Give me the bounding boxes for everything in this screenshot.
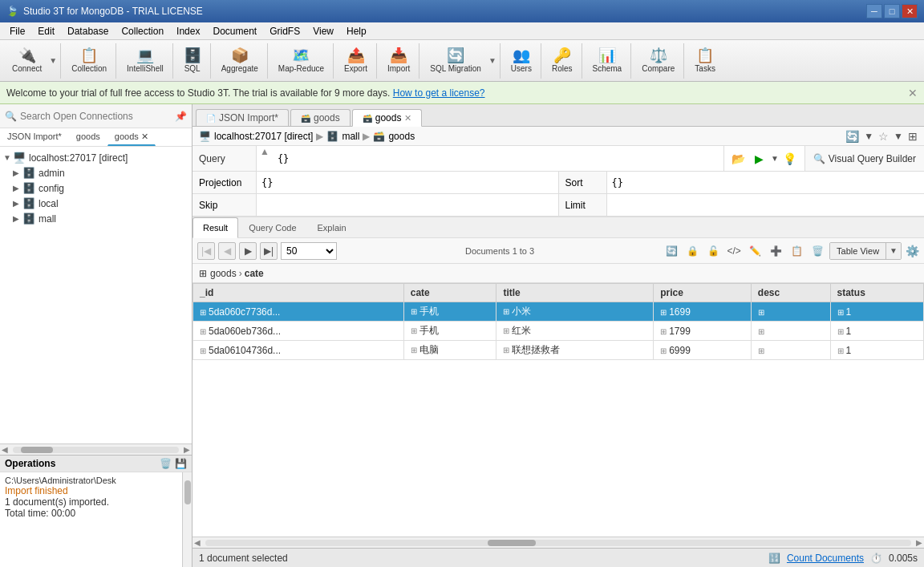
sidebar-horizontal-scrollbar[interactable]: ◀ ▶ bbox=[0, 443, 192, 455]
intellishell-button[interactable]: 💻 IntelliShell bbox=[121, 45, 169, 77]
tab-json-import[interactable]: 📄 JSON Import* bbox=[196, 109, 289, 126]
col-header-title[interactable]: title bbox=[496, 284, 654, 302]
tree-node-admin[interactable]: ▶ 🗄️ admin bbox=[0, 165, 192, 180]
minimize-button[interactable]: ─ bbox=[866, 4, 882, 18]
add-button[interactable]: ➕ bbox=[767, 242, 784, 260]
expand-panel-icon[interactable]: ⊞ bbox=[908, 130, 918, 143]
breadcrumb-server-icon: 🖥️ bbox=[199, 131, 211, 142]
result-tab-query-code[interactable]: Query Code bbox=[238, 217, 306, 237]
unlock-button[interactable]: 🔓 bbox=[704, 242, 722, 260]
tree-node-localhost[interactable]: ▼ 🖥️ localhost:27017 [direct] bbox=[0, 150, 192, 165]
result-tab-explain[interactable]: Explain bbox=[307, 217, 357, 237]
code-button[interactable]: </> bbox=[725, 242, 743, 260]
sql-button[interactable]: 🗄️ SQL bbox=[178, 45, 207, 77]
projection-area: Projection {} bbox=[192, 172, 559, 193]
table-cell: ⊞ bbox=[751, 302, 830, 322]
connect-button[interactable]: 🔌 Connect bbox=[6, 45, 47, 77]
duplicate-button[interactable]: 📋 bbox=[788, 242, 805, 260]
menu-help[interactable]: Help bbox=[340, 24, 373, 38]
roles-button[interactable]: 🔑 Roles bbox=[546, 45, 578, 77]
count-docs-label[interactable]: Count Documents bbox=[787, 553, 864, 564]
nav-last-button[interactable]: ▶| bbox=[260, 242, 278, 260]
collection-button[interactable]: 📋 Collection bbox=[66, 45, 112, 77]
ops-download-icon[interactable]: 💾 bbox=[175, 458, 187, 469]
pin-icon[interactable]: 📌 bbox=[175, 111, 187, 122]
menu-view[interactable]: View bbox=[306, 24, 340, 38]
cell-value: 联想拯救者 bbox=[512, 344, 560, 355]
menu-collection[interactable]: Collection bbox=[115, 24, 170, 38]
sort-input[interactable]: {} bbox=[607, 177, 925, 188]
table-row[interactable]: ⊞5da060c7736d...⊞手机⊞小米⊞1699⊞⊞1 bbox=[193, 302, 924, 322]
sql-migration-button[interactable]: 🔄 SQL Migration bbox=[424, 45, 487, 77]
connect-arrow[interactable]: ▼ bbox=[49, 56, 57, 65]
refresh-icon[interactable]: 🔄 bbox=[845, 130, 859, 143]
tasks-button[interactable]: 📋 Tasks bbox=[689, 45, 721, 77]
map-reduce-button[interactable]: 🗺️ Map-Reduce bbox=[273, 45, 330, 77]
page-size-select[interactable]: 50 100 200 bbox=[281, 242, 337, 260]
tab-goods-1[interactable]: 🗃️ goods bbox=[290, 109, 351, 126]
projection-input[interactable]: {} bbox=[257, 177, 558, 188]
menu-index[interactable]: Index bbox=[170, 24, 206, 38]
edit-button[interactable]: ✏️ bbox=[746, 242, 764, 260]
cell-value: 6999 bbox=[669, 345, 691, 356]
tab-goods-2-close[interactable]: ✕ bbox=[404, 113, 411, 124]
cell-type-icon: ⊞ bbox=[411, 326, 417, 335]
query-input[interactable] bbox=[278, 153, 719, 164]
menu-database[interactable]: Database bbox=[61, 24, 115, 38]
table-settings-button[interactable]: ⚙️ bbox=[905, 244, 919, 258]
nav-next-button[interactable]: ▶ bbox=[239, 242, 257, 260]
aggregate-button[interactable]: 📦 Aggregate bbox=[216, 45, 264, 77]
users-button[interactable]: 👥 Users bbox=[505, 45, 537, 77]
refresh-data-button[interactable]: 🔄 bbox=[663, 242, 680, 260]
col-header-cate[interactable]: cate bbox=[403, 284, 496, 302]
delete-button[interactable]: 🗑️ bbox=[808, 242, 826, 260]
export-button[interactable]: 📤 Export bbox=[338, 45, 373, 77]
visual-query-builder-button[interactable]: 🔍 Visual Query Builder bbox=[804, 146, 924, 171]
query-run-dropdown[interactable]: ▼ bbox=[771, 154, 779, 163]
ops-clear-icon[interactable]: 🗑️ bbox=[160, 458, 172, 469]
compare-button[interactable]: ⚖️ Compare bbox=[636, 45, 680, 77]
menu-edit[interactable]: Edit bbox=[31, 24, 61, 38]
sql-migration-arrow[interactable]: ▼ bbox=[488, 56, 496, 65]
sidebar-tab-goods-2[interactable]: goods ✕ bbox=[107, 128, 156, 146]
cell-type-icon: ⊞ bbox=[660, 308, 667, 317]
lock-button[interactable]: 🔒 bbox=[683, 242, 701, 260]
query-run-icon[interactable]: ▶ bbox=[750, 149, 769, 168]
import-button[interactable]: 📥 Import bbox=[382, 45, 415, 77]
breadcrumb-sep-2: ▶ bbox=[363, 131, 370, 142]
result-tab-result[interactable]: Result bbox=[192, 217, 238, 238]
col-header-desc[interactable]: desc bbox=[751, 284, 830, 302]
maximize-button[interactable]: □ bbox=[884, 4, 900, 18]
table-row[interactable]: ⊞5da060eb736d...⊞手机⊞红米⊞1799⊞⊞1 bbox=[193, 322, 924, 341]
trial-link[interactable]: How to get a license? bbox=[393, 87, 485, 99]
horizontal-scrollbar[interactable]: ◀ ▶ bbox=[192, 537, 924, 548]
query-input-area[interactable] bbox=[273, 146, 723, 171]
tab-goods-2[interactable]: 🗃️ goods ✕ bbox=[352, 109, 423, 127]
menu-document[interactable]: Document bbox=[206, 24, 263, 38]
sidebar-tab-goods-1[interactable]: goods bbox=[69, 128, 107, 146]
schema-button[interactable]: 📊 Schema bbox=[587, 45, 628, 77]
col-header-status[interactable]: status bbox=[830, 284, 923, 302]
tree-node-config[interactable]: ▶ 🗄️ config bbox=[0, 180, 192, 196]
trial-close-button[interactable]: ✕ bbox=[908, 87, 918, 99]
query-open-icon[interactable]: 📂 bbox=[729, 149, 748, 168]
search-input[interactable] bbox=[20, 111, 172, 122]
col-header-id[interactable]: _id bbox=[193, 284, 404, 302]
close-button[interactable]: ✕ bbox=[902, 4, 918, 18]
sidebar-tab-json-import[interactable]: JSON Import* bbox=[0, 128, 69, 146]
breadcrumb-options-icon[interactable]: ▼ bbox=[894, 131, 903, 142]
breadcrumb-dropdown-icon[interactable]: ▼ bbox=[864, 131, 873, 142]
tree-node-mall[interactable]: ▶ 🗄️ mall bbox=[0, 211, 192, 226]
nav-first-button[interactable]: |◀ bbox=[197, 242, 215, 260]
star-icon[interactable]: ☆ bbox=[878, 130, 889, 143]
operations-vertical-scrollbar[interactable] bbox=[182, 472, 192, 567]
view-dropdown-button[interactable]: ▼ bbox=[886, 243, 901, 259]
table-row[interactable]: ⊞5da06104736d...⊞电脑⊞联想拯救者⊞6999⊞⊞1 bbox=[193, 341, 924, 360]
nav-prev-button[interactable]: ◀ bbox=[218, 242, 236, 260]
menu-gridfs[interactable]: GridFS bbox=[263, 24, 306, 38]
query-up-icon[interactable]: ▲ bbox=[257, 146, 273, 171]
menu-file[interactable]: File bbox=[3, 24, 31, 38]
tree-node-local[interactable]: ▶ 🗄️ local bbox=[0, 196, 192, 211]
col-header-price[interactable]: price bbox=[654, 284, 752, 302]
query-explain-icon[interactable]: 💡 bbox=[780, 149, 800, 168]
